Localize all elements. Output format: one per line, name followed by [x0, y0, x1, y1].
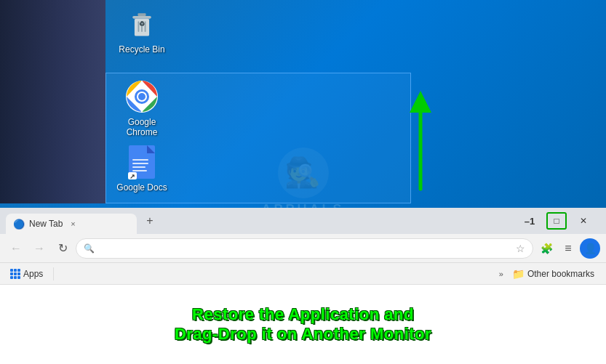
svg-rect-15	[132, 163, 148, 164]
chrome-favicon: 🔵	[13, 219, 25, 230]
svg-rect-16	[132, 166, 145, 168]
forward-button[interactable]: →	[29, 238, 49, 259]
chrome-tab-label: New Tab	[29, 219, 63, 229]
svg-rect-17	[132, 170, 147, 171]
extensions-icon: 🧩	[541, 243, 553, 254]
svg-point-10	[138, 93, 145, 100]
gdocs-label: Google Docs	[116, 182, 167, 193]
chrome-content: Restore the Application and Drag-Drop it…	[0, 285, 606, 364]
annotation-line2: Drag-Drop it on Another Monitor	[175, 325, 431, 344]
annotation-text: Restore the Application and Drag-Drop it…	[175, 305, 431, 344]
nav-right-controls: 🧩 ≡ 👤	[536, 238, 600, 259]
recycle-bin-icon[interactable]: ♻ Recycle Bin	[113, 4, 171, 57]
close-icon: ✕	[580, 216, 587, 226]
chrome-navbar: ← → ↻ 🔍 ☆ 🧩 ≡	[0, 234, 606, 263]
folder-icon: 📁	[512, 268, 525, 280]
svg-text:↗: ↗	[129, 173, 135, 179]
refresh-icon: ↻	[58, 241, 68, 255]
chrome-titlebar: 🔵 New Tab × + –1 □ ✕	[0, 208, 606, 234]
bookmark-star-icon[interactable]: ☆	[516, 243, 525, 254]
watermark: 🕵️ APPUALS	[261, 147, 344, 217]
svg-rect-0	[132, 16, 151, 19]
annotation-line1: Restore the Application and	[175, 305, 431, 324]
bookmarks-bar: Apps » 📁 Other bookmarks	[0, 263, 606, 285]
apps-grid-icon	[10, 269, 20, 279]
menu-icon: ≡	[565, 242, 571, 255]
other-bookmarks-button[interactable]: 📁 Other bookmarks	[506, 267, 600, 281]
svg-rect-1	[138, 13, 146, 16]
recycle-bin-svg: ♻	[126, 8, 158, 40]
desktop: ♻ Recycle Bin	[0, 0, 606, 364]
svg-text:♻: ♻	[139, 20, 145, 28]
svg-marker-21	[410, 91, 431, 113]
search-icon: 🔍	[84, 243, 94, 254]
menu-button[interactable]: ≡	[558, 238, 578, 259]
address-bar[interactable]: 🔍 ☆	[76, 238, 533, 259]
profile-icon: 👤	[584, 243, 597, 254]
gdocs-svg: ↗	[128, 145, 156, 179]
chrome-new-tab-button[interactable]: +	[140, 211, 160, 231]
recycle-bin-label: Recycle Bin	[119, 44, 164, 54]
refresh-button[interactable]: ↻	[52, 238, 73, 259]
forward-icon: →	[33, 242, 45, 255]
desktop-icons: ♻ Recycle Bin	[105, 0, 411, 211]
extensions-button[interactable]: 🧩	[536, 238, 557, 259]
maximize-icon: □	[554, 216, 559, 226]
chrome-desktop-icon[interactable]: Google Chrome	[113, 76, 171, 141]
chrome-tab-close[interactable]: ×	[67, 218, 79, 230]
maximize-button[interactable]: □	[546, 212, 567, 230]
other-bookmarks-label: Other bookmarks	[527, 269, 594, 279]
extension-label: »	[499, 270, 503, 278]
window-controls: –1 □ ✕	[513, 211, 600, 231]
gdocs-image: ↗	[124, 145, 159, 179]
minimize-label: –1	[525, 216, 535, 227]
back-icon: ←	[10, 242, 22, 255]
chrome-image	[124, 79, 159, 114]
apps-button[interactable]: Apps	[6, 267, 47, 280]
recycle-bin-image: ♻	[124, 7, 159, 41]
google-docs-icon[interactable]: ↗ Google Docs	[113, 142, 171, 195]
bookmarks-separator	[53, 267, 54, 280]
profile-button[interactable]: 👤	[580, 238, 600, 259]
back-button[interactable]: ←	[6, 238, 26, 259]
watermark-mascot: 🕵️	[277, 147, 328, 198]
left-panel	[0, 0, 105, 203]
close-button[interactable]: ✕	[567, 211, 600, 231]
chrome-window: 🔵 New Tab × + –1 □ ✕	[0, 208, 606, 364]
apps-label: Apps	[23, 269, 43, 279]
wsxdn-watermark: wsxdn.com	[559, 352, 599, 360]
chrome-tab[interactable]: 🔵 New Tab ×	[6, 214, 137, 234]
minimize-button[interactable]: –1	[513, 211, 546, 231]
bookmarks-right: » 📁 Other bookmarks	[499, 267, 600, 281]
instruction-arrow	[402, 87, 439, 196]
svg-rect-14	[132, 159, 148, 161]
chrome-svg	[125, 80, 159, 113]
chrome-label: Google Chrome	[116, 117, 168, 138]
